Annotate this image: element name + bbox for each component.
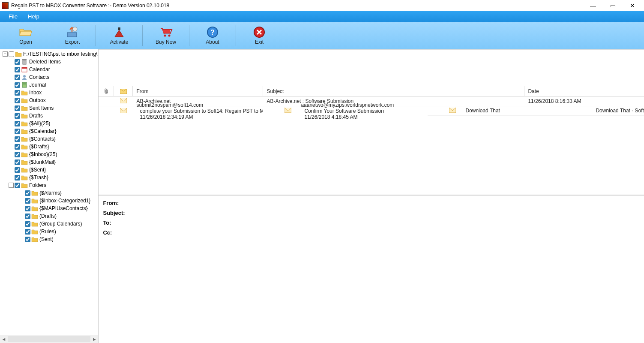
column-subject[interactable]: Subject [263,86,524,96]
tree-checkbox[interactable] [15,90,20,96]
tree-checkbox[interactable] [25,229,30,235]
tree-label: {$Alarms} [39,190,62,196]
buy-now-button[interactable]: Buy Now [144,22,187,49]
cell-subject: complete your Submission to Soft14: Rega… [136,108,263,114]
collapse-icon[interactable]: − [3,51,8,57]
scroll-track[interactable] [8,336,90,342]
tree-item[interactable]: {$Inbox}(25) [3,150,97,158]
tree-item[interactable]: Inbox [3,89,97,96]
tree-item[interactable]: {$Sent} [3,166,97,174]
activate-label: Activate [110,39,129,45]
tree-item[interactable]: {$Drafts} [3,143,97,150]
tree-checkbox[interactable] [25,214,30,219]
tree-item[interactable]: Sent Items [3,104,97,112]
email-row[interactable]: submit2nospam@soft14.comcomplete your Su… [99,106,644,116]
close-button[interactable]: ✕ [623,0,642,11]
menu-help[interactable]: Help [23,11,45,22]
column-attachment[interactable] [99,86,114,96]
tree-checkbox[interactable] [15,159,20,165]
folder-icon [21,128,28,134]
tree-item[interactable]: {$Alarms} [3,189,97,197]
tree-checkbox[interactable] [15,136,20,142]
tree-checkbox[interactable] [25,221,30,227]
cell-icon [279,108,297,114]
tree-horizontal-scrollbar[interactable]: ◄ ► [0,335,98,343]
tree-checkbox[interactable] [15,144,20,150]
tree-checkbox[interactable] [15,67,20,72]
folder-icon [21,82,28,88]
open-button[interactable]: Open [4,22,47,49]
svg-rect-5 [163,30,170,33]
about-button[interactable]: ? About [191,22,234,49]
exit-icon [252,26,266,38]
cell-from: submit2nospam@soft14.comcomplete your Su… [133,102,263,120]
tree-checkbox[interactable] [25,190,30,196]
tree-checkbox[interactable] [9,51,14,57]
column-icon[interactable] [114,86,133,96]
tree-checkbox[interactable] [25,206,30,211]
tree-checkbox[interactable] [15,105,20,111]
tree-item[interactable]: {$MAPIUseContacts} [3,205,97,212]
tree-checkbox[interactable] [25,198,30,204]
column-from[interactable]: From [133,86,263,96]
email-row[interactable]: aaanetwo@myzips.worldispnetwork.com Conf… [263,106,644,116]
svg-rect-12 [22,67,27,69]
cell-icon [114,98,133,105]
tree-folders-node[interactable]: −Folders [3,181,97,189]
tree-root[interactable]: −F:\TESTING\pst to mbox testing\ [3,50,97,58]
tree-checkbox[interactable] [15,82,20,88]
tree-item[interactable]: Drafts [3,112,97,120]
tree-label: {$JunkMail} [29,159,56,165]
menu-file[interactable]: File [3,11,23,22]
tree-item[interactable]: Journal [3,81,97,89]
scroll-left-arrow[interactable]: ◄ [0,337,8,342]
tree-item[interactable]: {$JunkMail} [3,158,97,166]
minimize-button[interactable]: — [583,0,603,11]
export-button[interactable]: Export [51,22,94,49]
folder-tree[interactable]: −F:\TESTING\pst to mbox testing\Deleted … [0,49,98,335]
tree-item[interactable]: {$Calendar} [3,127,97,135]
tree-item[interactable]: Outbox [3,96,97,104]
folder-icon [31,190,38,196]
tree-checkbox[interactable] [15,175,20,181]
toolbar-separator [96,25,96,46]
tree-label: Contacts [29,74,49,80]
tree-item[interactable]: (Drafts) [3,212,97,220]
tree-label: Drafts [29,113,43,119]
tree-checkbox[interactable] [25,237,30,242]
tree-item[interactable]: Deleted Items [3,58,97,66]
scroll-right-arrow[interactable]: ► [90,337,98,342]
export-icon [66,26,79,38]
cell-date: 11/26/2018 4:18:45 AM [301,114,424,120]
cell-from: aaanetwo@myzips.worldispnetwork.com Conf… [297,102,428,120]
exit-button[interactable]: Exit [238,22,281,49]
tree-checkbox[interactable] [15,152,20,157]
tree-item[interactable]: {$All}(25) [3,120,97,127]
tree-item[interactable]: {$Trash} [3,174,97,181]
tree-checkbox[interactable] [15,183,20,188]
tree-item[interactable]: (Group Calendars) [3,220,97,228]
tree-checkbox[interactable] [15,113,20,119]
folder-icon [31,198,38,204]
tree-item[interactable]: (Sent) [3,235,97,243]
column-date[interactable]: Date [524,86,644,96]
tree-item[interactable]: (Rules) [3,228,97,235]
tree-checkbox[interactable] [15,59,20,65]
email-row[interactable]: Download That Download That - Software s… [428,106,644,116]
tree-item[interactable]: Calendar [3,66,97,73]
folder-tree-panel: −F:\TESTING\pst to mbox testing\Deleted … [0,49,99,343]
tree-checkbox[interactable] [15,75,20,80]
tree-item[interactable]: {$Inbox-Categorized1} [3,197,97,205]
tree-item[interactable]: Contacts [3,73,97,81]
tree-item[interactable]: {$Contacts} [3,135,97,143]
workspace: −F:\TESTING\pst to mbox testing\Deleted … [0,49,644,343]
tree-label: (Rules) [39,229,56,235]
activate-button[interactable]: Activate [98,22,141,49]
tree-checkbox[interactable] [15,129,20,134]
preview-cc: Cc: [103,228,644,238]
tree-checkbox[interactable] [15,167,20,173]
maximize-button[interactable]: ▭ [603,0,623,11]
tree-checkbox[interactable] [15,121,20,126]
tree-checkbox[interactable] [15,98,20,103]
collapse-icon[interactable]: − [9,183,14,188]
